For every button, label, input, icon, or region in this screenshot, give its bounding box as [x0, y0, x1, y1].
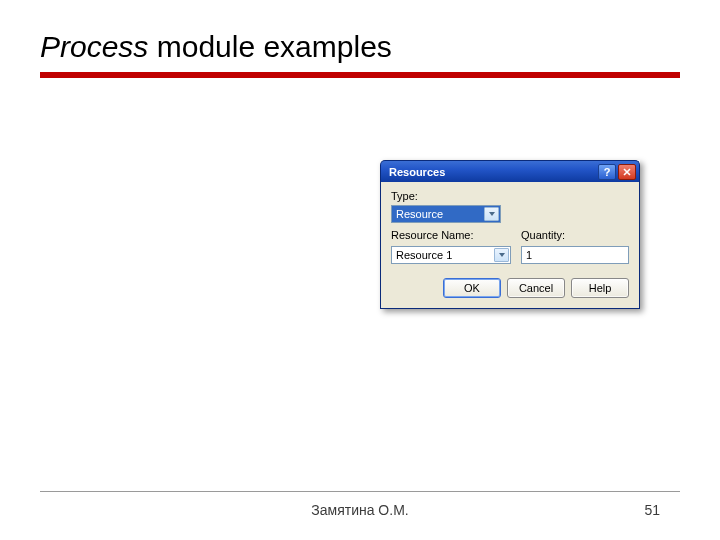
- footer-author: Замятина О.М.: [0, 502, 720, 518]
- page-title: Process module examples: [40, 30, 680, 64]
- dialog-body: Type: Resource Resource Name: Quantity: …: [380, 182, 640, 309]
- resource-name-value: Resource 1: [396, 249, 452, 261]
- slide: Process module examples Resources ? Type…: [0, 0, 720, 540]
- page-number: 51: [644, 502, 660, 518]
- title-rest: module examples: [148, 30, 391, 63]
- left-placeholder: [55, 145, 305, 385]
- dialog-button-row: OK Cancel Help: [391, 278, 629, 298]
- quantity-value: 1: [526, 249, 532, 261]
- dialog-titlebar[interactable]: Resources ?: [380, 160, 640, 182]
- quantity-label: Quantity:: [521, 229, 629, 241]
- cancel-button[interactable]: Cancel: [507, 278, 565, 298]
- title-italic: Process: [40, 30, 148, 63]
- title-rule: [40, 72, 680, 78]
- footer-rule: [40, 491, 680, 492]
- resource-name-combo[interactable]: Resource 1: [391, 246, 511, 264]
- type-label: Type:: [391, 190, 629, 202]
- chevron-down-icon[interactable]: [494, 248, 509, 262]
- resource-name-label: Resource Name:: [391, 229, 511, 241]
- type-combo-value: Resource: [396, 208, 443, 220]
- type-combo[interactable]: Resource: [391, 205, 501, 223]
- dialog-title: Resources: [389, 166, 596, 178]
- close-icon[interactable]: [618, 164, 636, 180]
- chevron-down-icon[interactable]: [484, 207, 499, 221]
- ok-button[interactable]: OK: [443, 278, 501, 298]
- resources-dialog: Resources ? Type: Resource Resource Name…: [380, 160, 640, 309]
- help-button[interactable]: Help: [571, 278, 629, 298]
- titlebar-help-button[interactable]: ?: [598, 164, 616, 180]
- quantity-input[interactable]: 1: [521, 246, 629, 264]
